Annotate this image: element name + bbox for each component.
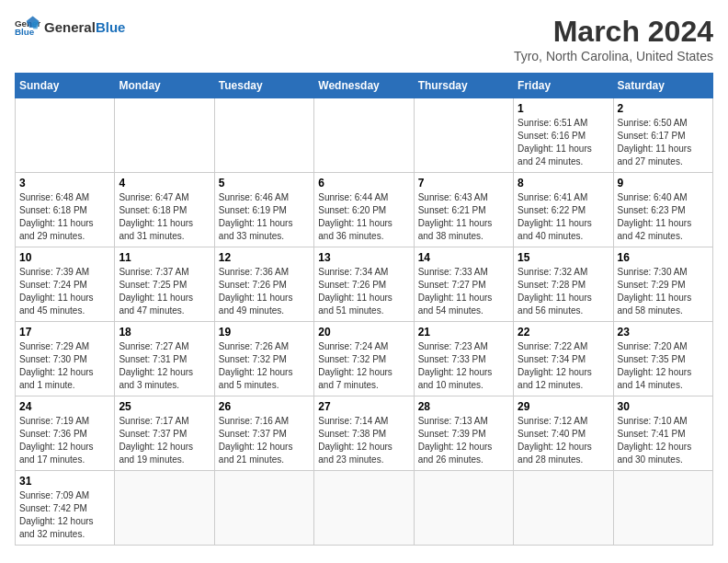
calendar-cell: 24Sunrise: 7:19 AM Sunset: 7:36 PM Dayli…	[16, 396, 115, 471]
calendar-cell	[314, 471, 414, 546]
day-number: 11	[119, 251, 210, 264]
day-info: Sunrise: 7:13 AM Sunset: 7:39 PM Dayligh…	[418, 415, 509, 466]
logo-blue: Blue	[96, 19, 126, 35]
calendar-cell: 30Sunrise: 7:10 AM Sunset: 7:41 PM Dayli…	[613, 396, 712, 471]
calendar-cell: 18Sunrise: 7:27 AM Sunset: 7:31 PM Dayli…	[115, 322, 214, 396]
calendar-cell: 10Sunrise: 7:39 AM Sunset: 7:24 PM Dayli…	[16, 247, 115, 322]
day-info: Sunrise: 6:51 AM Sunset: 6:16 PM Dayligh…	[518, 117, 609, 168]
calendar-week-5: 31Sunrise: 7:09 AM Sunset: 7:42 PM Dayli…	[16, 471, 713, 546]
calendar-cell	[314, 98, 414, 173]
day-number: 28	[418, 400, 509, 413]
day-info: Sunrise: 7:10 AM Sunset: 7:41 PM Dayligh…	[618, 415, 709, 466]
calendar-cell: 5Sunrise: 6:46 AM Sunset: 6:19 PM Daylig…	[214, 173, 313, 247]
day-info: Sunrise: 7:17 AM Sunset: 7:37 PM Dayligh…	[119, 415, 210, 466]
calendar-cell: 21Sunrise: 7:23 AM Sunset: 7:33 PM Dayli…	[414, 322, 513, 396]
day-info: Sunrise: 6:43 AM Sunset: 6:21 PM Dayligh…	[418, 191, 509, 243]
logo-icon: General Blue	[15, 15, 40, 40]
day-info: Sunrise: 7:22 AM Sunset: 7:34 PM Dayligh…	[518, 340, 609, 392]
svg-text:Blue: Blue	[15, 27, 35, 37]
day-number: 10	[19, 251, 110, 264]
logo-general: General	[44, 19, 96, 35]
calendar-cell	[115, 471, 214, 546]
calendar-cell: 2Sunrise: 6:50 AM Sunset: 6:17 PM Daylig…	[613, 98, 712, 173]
day-info: Sunrise: 7:37 AM Sunset: 7:25 PM Dayligh…	[119, 266, 210, 317]
day-number: 19	[219, 326, 310, 339]
day-info: Sunrise: 6:50 AM Sunset: 6:17 PM Dayligh…	[618, 117, 709, 168]
calendar-cell: 22Sunrise: 7:22 AM Sunset: 7:34 PM Dayli…	[514, 322, 613, 396]
day-number: 5	[219, 177, 310, 190]
calendar-cell: 25Sunrise: 7:17 AM Sunset: 7:37 PM Dayli…	[115, 396, 214, 471]
calendar-week-1: 3Sunrise: 6:48 AM Sunset: 6:18 PM Daylig…	[16, 173, 713, 247]
day-number: 6	[318, 177, 409, 190]
day-number: 15	[518, 251, 609, 264]
calendar-cell	[414, 98, 513, 173]
calendar-cell: 17Sunrise: 7:29 AM Sunset: 7:30 PM Dayli…	[16, 322, 115, 396]
weekday-header-tuesday: Tuesday	[214, 74, 313, 98]
day-info: Sunrise: 7:32 AM Sunset: 7:28 PM Dayligh…	[518, 266, 609, 317]
day-number: 24	[19, 400, 110, 413]
calendar-cell	[16, 98, 115, 173]
calendar-cell	[514, 471, 613, 546]
day-info: Sunrise: 7:24 AM Sunset: 7:32 PM Dayligh…	[318, 340, 409, 392]
calendar-cell: 7Sunrise: 6:43 AM Sunset: 6:21 PM Daylig…	[414, 173, 513, 247]
day-info: Sunrise: 7:30 AM Sunset: 7:29 PM Dayligh…	[618, 266, 709, 317]
location-title: Tyro, North Carolina, United States	[514, 49, 713, 63]
weekday-header-monday: Monday	[115, 74, 214, 98]
day-number: 29	[518, 400, 609, 413]
day-number: 17	[19, 326, 110, 339]
weekday-header-row: SundayMondayTuesdayWednesdayThursdayFrid…	[16, 74, 713, 98]
day-number: 27	[318, 400, 409, 413]
day-number: 4	[119, 177, 210, 190]
calendar-cell: 8Sunrise: 6:41 AM Sunset: 6:22 PM Daylig…	[514, 173, 613, 247]
day-number: 1	[518, 102, 609, 115]
calendar-cell	[613, 471, 712, 546]
day-info: Sunrise: 6:47 AM Sunset: 6:18 PM Dayligh…	[119, 191, 210, 243]
day-number: 26	[219, 400, 310, 413]
day-info: Sunrise: 7:34 AM Sunset: 7:26 PM Dayligh…	[318, 266, 409, 317]
day-number: 3	[19, 177, 110, 190]
calendar-cell: 1Sunrise: 6:51 AM Sunset: 6:16 PM Daylig…	[514, 98, 613, 173]
day-info: Sunrise: 6:41 AM Sunset: 6:22 PM Dayligh…	[518, 191, 609, 243]
day-number: 14	[418, 251, 509, 264]
title-area: March 2024 Tyro, North Carolina, United …	[514, 15, 713, 63]
day-number: 21	[418, 326, 509, 339]
calendar-week-3: 17Sunrise: 7:29 AM Sunset: 7:30 PM Dayli…	[16, 322, 713, 396]
calendar-cell: 12Sunrise: 7:36 AM Sunset: 7:26 PM Dayli…	[214, 247, 313, 322]
calendar-cell: 31Sunrise: 7:09 AM Sunset: 7:42 PM Dayli…	[16, 471, 115, 546]
calendar-cell: 28Sunrise: 7:13 AM Sunset: 7:39 PM Dayli…	[414, 396, 513, 471]
calendar-cell	[115, 98, 214, 173]
day-number: 20	[318, 326, 409, 339]
calendar-cell: 11Sunrise: 7:37 AM Sunset: 7:25 PM Dayli…	[115, 247, 214, 322]
day-number: 7	[418, 177, 509, 190]
logo: General Blue GeneralBlue	[15, 15, 125, 40]
day-info: Sunrise: 7:33 AM Sunset: 7:27 PM Dayligh…	[418, 266, 509, 317]
calendar-cell: 6Sunrise: 6:44 AM Sunset: 6:20 PM Daylig…	[314, 173, 414, 247]
calendar-cell: 4Sunrise: 6:47 AM Sunset: 6:18 PM Daylig…	[115, 173, 214, 247]
day-info: Sunrise: 7:16 AM Sunset: 7:37 PM Dayligh…	[219, 415, 310, 466]
day-number: 18	[119, 326, 210, 339]
day-number: 12	[219, 251, 310, 264]
day-info: Sunrise: 7:27 AM Sunset: 7:31 PM Dayligh…	[119, 340, 210, 392]
day-info: Sunrise: 6:46 AM Sunset: 6:19 PM Dayligh…	[219, 191, 310, 243]
day-number: 16	[618, 251, 709, 264]
calendar-cell	[414, 471, 513, 546]
calendar-week-4: 24Sunrise: 7:19 AM Sunset: 7:36 PM Dayli…	[16, 396, 713, 471]
day-info: Sunrise: 6:40 AM Sunset: 6:23 PM Dayligh…	[618, 191, 709, 243]
calendar-week-2: 10Sunrise: 7:39 AM Sunset: 7:24 PM Dayli…	[16, 247, 713, 322]
weekday-header-saturday: Saturday	[613, 74, 712, 98]
day-info: Sunrise: 7:29 AM Sunset: 7:30 PM Dayligh…	[19, 340, 110, 392]
day-number: 31	[19, 475, 110, 488]
calendar-cell: 15Sunrise: 7:32 AM Sunset: 7:28 PM Dayli…	[514, 247, 613, 322]
calendar-cell: 14Sunrise: 7:33 AM Sunset: 7:27 PM Dayli…	[414, 247, 513, 322]
calendar-cell: 20Sunrise: 7:24 AM Sunset: 7:32 PM Dayli…	[314, 322, 414, 396]
month-title: March 2024	[514, 15, 713, 49]
calendar-cell: 29Sunrise: 7:12 AM Sunset: 7:40 PM Dayli…	[514, 396, 613, 471]
day-info: Sunrise: 7:14 AM Sunset: 7:38 PM Dayligh…	[318, 415, 409, 466]
day-info: Sunrise: 7:19 AM Sunset: 7:36 PM Dayligh…	[19, 415, 110, 466]
day-info: Sunrise: 7:26 AM Sunset: 7:32 PM Dayligh…	[219, 340, 310, 392]
calendar-cell: 3Sunrise: 6:48 AM Sunset: 6:18 PM Daylig…	[16, 173, 115, 247]
day-number: 13	[318, 251, 409, 264]
day-number: 8	[518, 177, 609, 190]
day-number: 30	[618, 400, 709, 413]
day-number: 23	[618, 326, 709, 339]
